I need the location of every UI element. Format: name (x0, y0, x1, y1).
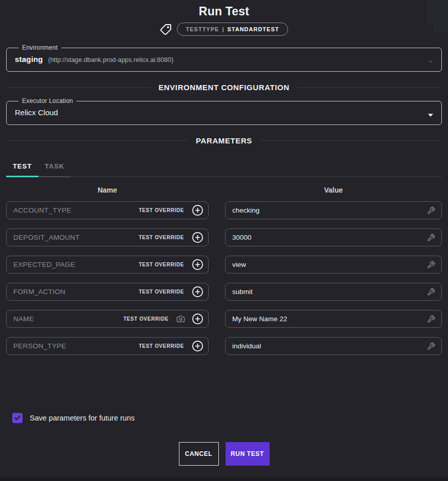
param-name-input[interactable]: FORM_ACTION TEST OVERRIDE (6, 283, 209, 301)
parameters-divider: PARAMETERS (6, 136, 442, 145)
chevron-down-icon[interactable] (428, 114, 433, 117)
wrench-icon[interactable] (427, 315, 435, 323)
environment-configuration-heading: ENVIRONMENT CONFIGURATION (158, 83, 290, 92)
test-override-badge: TEST OVERRIDE (139, 343, 184, 349)
chevron-down-icon[interactable] (428, 60, 433, 64)
param-value-text: My New Name 22 (232, 315, 427, 323)
param-value-text: submit (232, 288, 427, 296)
param-value-text: individual (232, 342, 427, 350)
environment-value: staging (15, 55, 43, 64)
executor-location-label: Executor Location (18, 97, 76, 104)
param-name-placeholder: FORM_ACTION (13, 288, 139, 296)
table-row: FORM_ACTION TEST OVERRIDE submit (6, 283, 442, 301)
table-row: NAME TEST OVERRIDE My New Name 22 (6, 310, 442, 328)
save-parameters-label: Save parameters for future runs (30, 414, 135, 422)
executor-location-value: Relicx Cloud (15, 108, 58, 117)
value-column-header: Value (324, 186, 343, 194)
tag-icon (160, 24, 172, 35)
background-corner-panel-step (433, 26, 448, 32)
param-value-text: view (232, 261, 427, 268)
parameters-tab-bar: TEST TASK (6, 158, 442, 177)
add-override-button[interactable] (192, 204, 203, 216)
tab-task[interactable]: TASK (38, 158, 71, 177)
param-value-text: checking (232, 206, 427, 214)
divider-line (6, 87, 151, 88)
test-type-badge-row: TESTTYPE | STANDARDTEST (0, 22, 448, 36)
test-override-badge: TEST OVERRIDE (139, 262, 184, 267)
param-name-input[interactable]: NAME TEST OVERRIDE (6, 310, 209, 328)
table-row: PERSON_TYPE TEST OVERRIDE individual (6, 337, 442, 355)
parameter-rows: ACCOUNT_TYPE TEST OVERRIDE checking DEPO… (6, 201, 442, 355)
save-parameters-row: Save parameters for future runs (12, 413, 448, 423)
dialog-title: Run Test (0, 0, 448, 18)
divider-line (6, 140, 188, 141)
table-row: DEPOSIT_AMOUNT TEST OVERRIDE 30000 (6, 228, 442, 246)
camera-icon[interactable] (176, 315, 185, 323)
parameter-column-headers: Name Value (6, 185, 442, 195)
badge-prefix: TESTTYPE (186, 26, 219, 32)
tab-test[interactable]: TEST (6, 158, 38, 177)
param-value-input[interactable]: checking (225, 201, 442, 219)
run-test-button[interactable]: RUN TEST (226, 442, 270, 466)
wrench-icon[interactable] (427, 206, 435, 215)
param-name-placeholder: PERSON_TYPE (13, 342, 139, 350)
param-name-input[interactable]: PERSON_TYPE TEST OVERRIDE (6, 337, 209, 355)
table-row: EXPECTED_PAGE TEST OVERRIDE view (6, 256, 442, 274)
add-override-button[interactable] (192, 286, 203, 298)
add-override-button[interactable] (192, 232, 203, 243)
dialog-footer-edge (0, 477, 448, 481)
test-override-badge: TEST OVERRIDE (124, 316, 169, 322)
param-name-placeholder: DEPOSIT_AMOUNT (13, 234, 139, 241)
param-value-input[interactable]: individual (225, 337, 442, 355)
test-override-badge: TEST OVERRIDE (139, 235, 184, 240)
executor-location-select[interactable]: Executor Location Relicx Cloud (6, 97, 442, 125)
param-name-input[interactable]: ACCOUNT_TYPE TEST OVERRIDE (6, 201, 209, 219)
add-override-button[interactable] (192, 259, 203, 270)
save-parameters-checkbox[interactable] (12, 413, 23, 423)
name-column-header: Name (97, 186, 117, 194)
dialog-actions: CANCEL RUN TEST (0, 442, 448, 466)
divider-line (260, 140, 442, 141)
parameters-heading: PARAMETERS (196, 136, 252, 145)
cancel-button[interactable]: CANCEL (179, 442, 219, 466)
environment-configuration-divider: ENVIRONMENT CONFIGURATION (6, 83, 442, 92)
param-name-placeholder: NAME (13, 315, 124, 323)
add-override-button[interactable] (192, 313, 203, 325)
param-name-input[interactable]: EXPECTED_PAGE TEST OVERRIDE (6, 256, 209, 274)
wrench-icon[interactable] (427, 234, 435, 242)
test-override-badge: TEST OVERRIDE (139, 289, 184, 295)
badge-value: STANDARDTEST (227, 26, 279, 32)
param-value-input[interactable]: My New Name 22 (225, 310, 442, 328)
table-row: ACCOUNT_TYPE TEST OVERRIDE checking (6, 201, 442, 219)
param-name-placeholder: EXPECTED_PAGE (13, 261, 139, 268)
param-value-input[interactable]: submit (225, 283, 442, 301)
param-value-input[interactable]: view (225, 256, 442, 274)
wrench-icon[interactable] (427, 261, 435, 269)
environment-select[interactable]: Environment staging (http://stage.dbank.… (6, 44, 442, 72)
badge-separator: | (222, 26, 224, 32)
test-type-badge: TESTTYPE | STANDARDTEST (177, 23, 289, 36)
divider-line (297, 87, 442, 88)
background-corner-panel (426, 0, 448, 26)
add-override-button[interactable] (192, 340, 203, 352)
param-value-text: 30000 (232, 234, 427, 241)
environment-label: Environment (18, 44, 62, 51)
wrench-icon[interactable] (427, 342, 435, 350)
param-name-input[interactable]: DEPOSIT_AMOUNT TEST OVERRIDE (6, 228, 209, 246)
wrench-icon[interactable] (427, 288, 435, 296)
param-value-input[interactable]: 30000 (225, 228, 442, 246)
param-name-placeholder: ACCOUNT_TYPE (13, 206, 139, 214)
test-override-badge: TEST OVERRIDE (139, 207, 184, 213)
environment-url: (http://stage.dbank.prod-apps.relicx.ai:… (48, 56, 174, 64)
